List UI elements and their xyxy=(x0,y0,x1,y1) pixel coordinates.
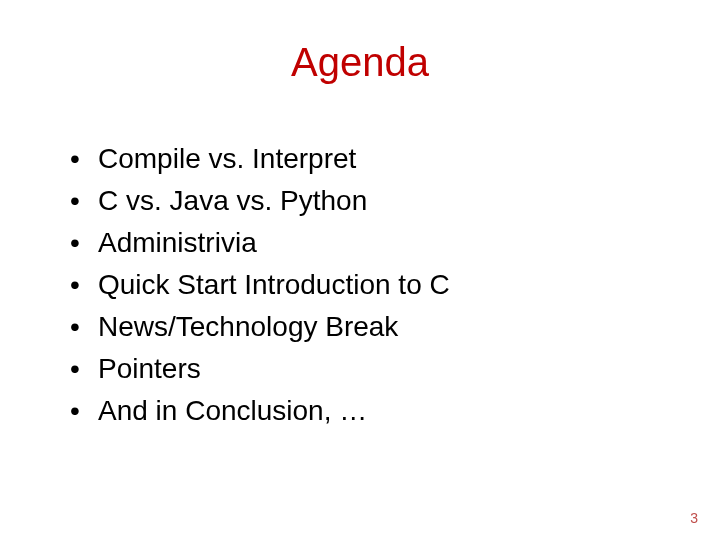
list-item-text: Quick Start Introduction to C xyxy=(98,266,450,304)
list-item: • Pointers xyxy=(70,350,660,388)
list-item-text: And in Conclusion, … xyxy=(98,392,367,430)
list-item: • And in Conclusion, … xyxy=(70,392,660,430)
slide-title: Agenda xyxy=(0,40,720,85)
bullet-marker: • xyxy=(70,350,98,388)
list-item: • Quick Start Introduction to C xyxy=(70,266,660,304)
bullet-marker: • xyxy=(70,308,98,346)
list-item-text: Administrivia xyxy=(98,224,257,262)
slide: Agenda • Compile vs. Interpret • C vs. J… xyxy=(0,0,720,540)
bullet-marker: • xyxy=(70,392,98,430)
list-item: • Compile vs. Interpret xyxy=(70,140,660,178)
list-item-text: Compile vs. Interpret xyxy=(98,140,356,178)
list-item: • Administrivia xyxy=(70,224,660,262)
bullet-marker: • xyxy=(70,266,98,304)
list-item-text: News/Technology Break xyxy=(98,308,398,346)
list-item-text: C vs. Java vs. Python xyxy=(98,182,367,220)
page-number: 3 xyxy=(690,510,698,526)
bullet-marker: • xyxy=(70,140,98,178)
list-item: • C vs. Java vs. Python xyxy=(70,182,660,220)
bullet-list: • Compile vs. Interpret • C vs. Java vs.… xyxy=(70,140,660,434)
list-item: • News/Technology Break xyxy=(70,308,660,346)
bullet-marker: • xyxy=(70,224,98,262)
list-item-text: Pointers xyxy=(98,350,201,388)
bullet-marker: • xyxy=(70,182,98,220)
